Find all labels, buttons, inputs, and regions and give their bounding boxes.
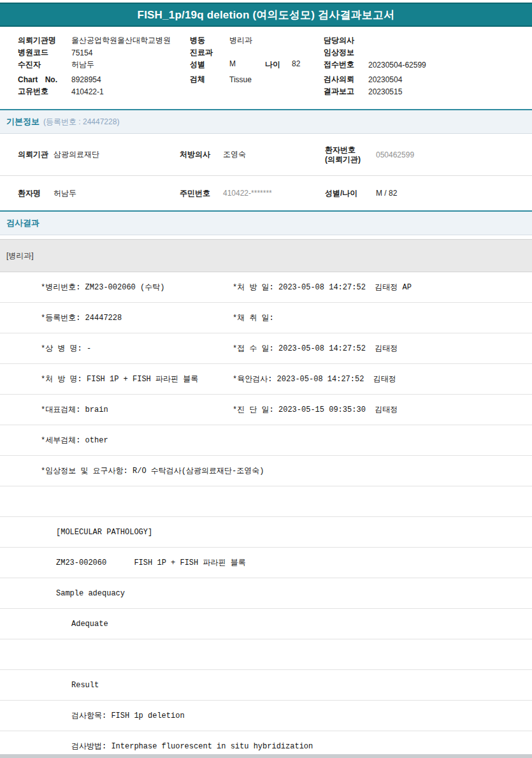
result-row-empty — [0, 486, 532, 517]
department-label: [병리과] — [6, 251, 34, 261]
field-label-doctor: 담당의사 — [324, 35, 361, 46]
result-row: 검사항목: FISH 1p deletion — [0, 701, 532, 731]
basic-info-table: 의뢰기관 삼광의료재단 처방의사 조영숙 환자번호 (의뢰기관) 0504625… — [0, 134, 532, 210]
section-test-results-header: 검사결과 — [0, 210, 532, 235]
result-left: *대표검체: brain — [0, 404, 233, 415]
row-value-referring-org: 삼광의료재단 — [54, 149, 180, 160]
result-row: *처 방 명: FISH 1P + FISH 파라핀 블록 *육안검사: 202… — [0, 364, 532, 395]
field-label-report-date: 결과보고 — [324, 86, 361, 97]
basic-info-row: 환자명 허남두 주민번호 410422-******* 성별/나이 M / 82 — [0, 176, 532, 210]
field-value-requesting-org: 울산공업학원울산대학교병원 — [71, 35, 190, 46]
result-row: Sample adequacy — [0, 578, 532, 609]
section-title-basic-info: 기본정보 — [6, 116, 40, 128]
result-row: Adequate — [0, 609, 532, 639]
result-right: *진 단 일: 2023-05-15 09:35:30 김태정 — [233, 404, 532, 415]
field-label-patient: 수진자 — [18, 59, 57, 70]
result-left: Result — [0, 681, 233, 690]
field-label-request-date: 검사의뢰 — [324, 74, 361, 85]
field-label-accession-no: 접수번호 — [324, 59, 361, 70]
field-value-age: 82 — [292, 59, 300, 70]
row-value-patient-no: 050462599 — [370, 150, 532, 159]
field-value-report-date: 20230515 — [368, 87, 532, 96]
field-value-accession-no: 20230504-62599 — [368, 61, 532, 69]
result-left: *임상정보 및 요구사항: R/O 수탁검사(삼광의료재단-조영숙) — [0, 465, 264, 476]
result-row: *병리번호: ZM23-002060 (수탁) *처 방 일: 2023-05-… — [0, 272, 532, 303]
result-right: *육안검사: 2023-05-08 14:27:52 김태정 — [233, 374, 532, 384]
result-row-empty — [0, 639, 532, 670]
field-value-request-date: 20230504 — [368, 75, 532, 84]
report-title: FISH_1p/19q deletion (여의도성모) 검사결과보고서 — [138, 8, 395, 22]
field-label-chart-no: Chart No. — [18, 75, 57, 84]
result-left: Sample adequacy — [0, 589, 233, 598]
basic-info-row: 의뢰기관 삼광의료재단 처방의사 조영숙 환자번호 (의뢰기관) 0504625… — [0, 134, 532, 176]
field-label-specimen: 검체 — [190, 74, 218, 85]
field-label-age: 나이 — [265, 59, 292, 70]
result-row: *상 병 명: - *접 수 일: 2023-05-08 14:27:52 김태… — [0, 333, 532, 364]
patient-header-row: 의뢰기관명 울산공업학원울산대학교병원 병동 병리과 담당의사 — [18, 34, 532, 47]
field-value-sex-age: M 나이 82 — [229, 59, 324, 70]
row-label-prescribing-doctor: 처방의사 — [180, 149, 213, 160]
field-label-hospital-code: 병원코드 — [18, 47, 57, 58]
section-basic-info-header: 기본정보 (등록번호 : 24447228) — [0, 109, 532, 134]
result-row: *대표검체: brain *진 단 일: 2023-05-15 09:35:30… — [0, 395, 532, 425]
field-label-unique-no: 고유번호 — [18, 86, 57, 97]
field-value-ward: 병리과 — [229, 35, 324, 46]
result-left: *등록번호: 24447228 — [0, 312, 233, 323]
patient-header-row: 병원코드 75154 진료과 임상정보 — [18, 47, 532, 59]
result-row: ZM23-002060 FISH 1P + FISH 파라핀 블록 — [0, 548, 532, 578]
patient-header-row: 고유번호 410422-1 결과보고 20230515 — [18, 85, 532, 98]
patient-header-row: 수진자 허남두 성별 M 나이 82 접수번호 20230504-62599 — [18, 59, 532, 71]
field-value-unique-no: 410422-1 — [71, 87, 190, 96]
field-label-ward: 병동 — [190, 35, 218, 46]
field-label-clinical-info: 임상정보 — [324, 47, 361, 58]
result-rows: *병리번호: ZM23-002060 (수탁) *처 방 일: 2023-05-… — [0, 272, 532, 758]
field-value-chart-no: 8928954 — [71, 75, 190, 84]
result-left: *세부검체: other — [0, 435, 233, 446]
row-value-resident-no: 410422-******* — [223, 189, 325, 198]
footer-bar — [0, 754, 532, 758]
result-row: Result — [0, 670, 532, 701]
result-left: Adequate — [0, 620, 233, 629]
field-label-department: 진료과 — [190, 47, 218, 58]
result-right: *처 방 일: 2023-05-08 14:27:52 김태정 AP — [233, 282, 532, 293]
department-band: [병리과] — [0, 239, 532, 272]
patient-header-row: Chart No. 8928954 검체 Tissue 검사의뢰 2023050… — [18, 73, 532, 85]
result-left: 검사방법: Interphase fluorescent in situ hyb… — [0, 741, 313, 752]
row-label-patient-name: 환자명 — [18, 188, 50, 199]
field-value-patient: 허남두 — [71, 59, 190, 70]
result-left: *상 병 명: - — [0, 343, 233, 354]
row-label-patient-no: 환자번호 (의뢰기관) — [325, 145, 370, 164]
field-label-requesting-org: 의뢰기관명 — [18, 35, 57, 46]
result-row: [MOLECULAR PATHOLOGY] — [0, 517, 532, 548]
field-value-specimen: Tissue — [229, 75, 324, 84]
report-title-bar: FISH_1p/19q deletion (여의도성모) 검사결과보고서 — [0, 3, 532, 27]
result-row: *세부검체: other — [0, 425, 532, 456]
row-value-prescribing-doctor: 조영숙 — [223, 149, 325, 160]
result-left: ZM23-002060 FISH 1P + FISH 파라핀 블록 — [0, 557, 246, 568]
result-row: *등록번호: 24447228 *채 취 일: — [0, 303, 532, 333]
section-title-test-results: 검사결과 — [6, 217, 40, 229]
patient-header: 의뢰기관명 울산공업학원울산대학교병원 병동 병리과 담당의사 병원코드 751… — [0, 27, 532, 109]
row-value-sex-age: M / 82 — [370, 189, 532, 198]
field-value-hospital-code: 75154 — [71, 48, 190, 57]
result-left: 검사항목: FISH 1p deletion — [0, 710, 233, 721]
result-right: *채 취 일: — [233, 312, 532, 323]
row-value-patient-name: 허남두 — [54, 188, 180, 199]
result-left: [MOLECULAR PATHOLOGY] — [0, 528, 233, 537]
row-label-resident-no: 주민번호 — [180, 188, 213, 199]
row-label-referring-org: 의뢰기관 — [18, 149, 50, 160]
result-left: *병리번호: ZM23-002060 (수탁) — [0, 282, 233, 293]
field-value-sex: M — [229, 59, 265, 70]
result-left: *처 방 명: FISH 1P + FISH 파라핀 블록 — [0, 374, 233, 384]
row-label-sex-age: 성별/나이 — [325, 189, 370, 198]
result-right: *접 수 일: 2023-05-08 14:27:52 김태정 — [233, 343, 532, 354]
registration-number: (등록번호 : 24447228) — [43, 117, 119, 128]
result-row: *임상정보 및 요구사항: R/O 수탁검사(삼광의료재단-조영숙) — [0, 456, 532, 486]
field-label-sex: 성별 — [190, 59, 218, 70]
